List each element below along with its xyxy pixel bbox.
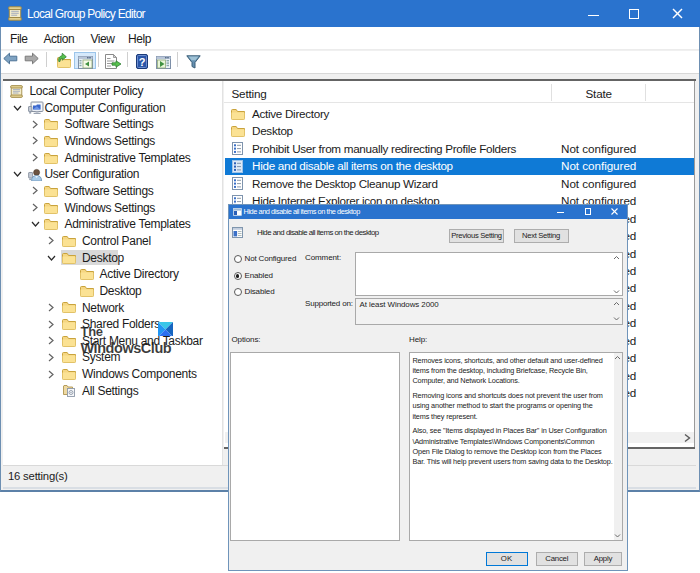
svg-text:?: ? [139, 55, 146, 67]
